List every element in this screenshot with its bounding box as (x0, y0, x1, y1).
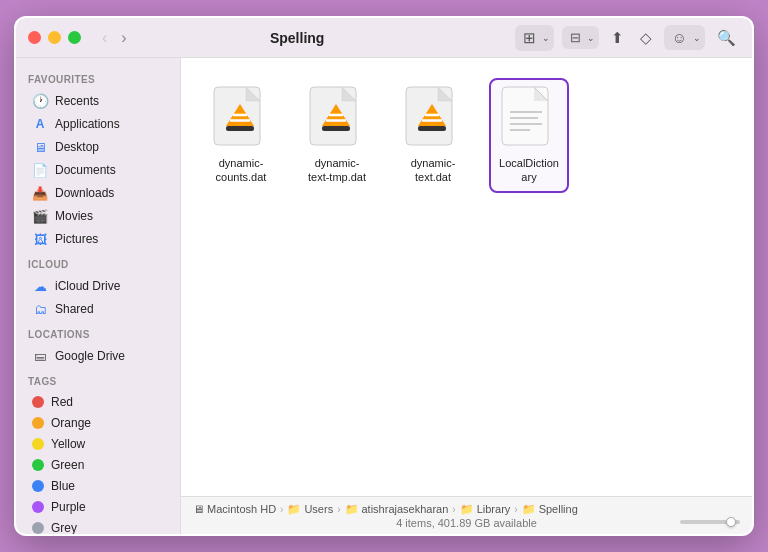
tag-yellow-dot (32, 438, 44, 450)
icloud-drive-icon: ☁ (32, 278, 48, 294)
sidebar-item-tag-orange[interactable]: Orange (20, 413, 176, 433)
grid-view-button[interactable]: ⊞ (519, 27, 540, 49)
sidebar-item-recents[interactable]: 🕐 Recents (20, 90, 176, 112)
tag-orange-dot (32, 417, 44, 429)
bc-hd-label: Macintosh HD (207, 503, 276, 515)
pictures-label: Pictures (55, 232, 98, 246)
sidebar-item-tag-blue[interactable]: Blue (20, 476, 176, 496)
pictures-icon: 🖼 (32, 231, 48, 247)
shared-icon: 🗂 (32, 301, 48, 317)
tag-red-label: Red (51, 395, 73, 409)
file-item-dynamic-text-tmp[interactable]: dynamic-text-tmp.dat (297, 78, 377, 193)
tag-orange-label: Orange (51, 416, 91, 430)
tag-blue-dot (32, 480, 44, 492)
finder-window: ‹ › Spelling ⊞ ⌄ ⊟ ⌄ ⬆ ◇ ☺ ⌄ 🔍 Fa (14, 16, 754, 536)
tag-button[interactable]: ◇ (636, 27, 656, 49)
documents-label: Documents (55, 163, 116, 177)
sidebar-item-applications[interactable]: A Applications (20, 113, 176, 135)
desktop-label: Desktop (55, 140, 99, 154)
toolbar-actions: ⊞ ⌄ ⊟ ⌄ ⬆ ◇ ☺ ⌄ 🔍 (515, 25, 740, 51)
bc-username-icon: 📁 (345, 503, 359, 516)
bc-username-label: atishrajasekharan (362, 503, 449, 515)
tag-green-dot (32, 459, 44, 471)
size-slider-thumb[interactable] (726, 517, 736, 527)
bc-hd-icon: 🖥 (193, 503, 204, 515)
bc-users[interactable]: 📁 Users (287, 503, 333, 516)
statusbar: 🖥 Macintosh HD › 📁 Users › 📁 atishrajase… (181, 496, 752, 534)
bc-library[interactable]: 📁 Library (460, 503, 511, 516)
icloud-drive-label: iCloud Drive (55, 279, 120, 293)
sidebar-item-documents[interactable]: 📄 Documents (20, 159, 176, 181)
size-slider-area (680, 520, 740, 524)
statusbar-info: 4 items, 401.89 GB available (193, 517, 740, 529)
account-chevron: ⌄ (693, 33, 701, 43)
close-button[interactable] (28, 31, 41, 44)
sidebar-item-movies[interactable]: 🎬 Movies (20, 205, 176, 227)
sidebar-item-pictures[interactable]: 🖼 Pictures (20, 228, 176, 250)
sidebar-item-tag-yellow[interactable]: Yellow (20, 434, 176, 454)
bc-sep1: › (280, 504, 283, 515)
file-name-dynamic-text-tmp: dynamic-text-tmp.dat (305, 156, 369, 185)
main-content: Favourites 🕐 Recents A Applications 🖥 De… (16, 58, 752, 534)
google-drive-label: Google Drive (55, 349, 125, 363)
movies-label: Movies (55, 209, 93, 223)
account-toggle: ☺ ⌄ (664, 25, 705, 50)
share-button[interactable]: ⬆ (607, 27, 628, 49)
bc-users-label: Users (304, 503, 333, 515)
file-item-local-dictionary[interactable]: LocalDictionary (489, 78, 569, 193)
bc-sep2: › (337, 504, 340, 515)
section-label-favourites: Favourites (16, 66, 180, 89)
back-button[interactable]: ‹ (97, 28, 112, 48)
sidebar-item-shared[interactable]: 🗂 Shared (20, 298, 176, 320)
section-label-locations: Locations (16, 321, 180, 344)
view-toggle: ⊞ ⌄ (515, 25, 554, 51)
sidebar-item-downloads[interactable]: 📥 Downloads (20, 182, 176, 204)
file-name-local-dictionary: LocalDictionary (497, 156, 561, 185)
statusbar-wrap: 🖥 Macintosh HD › 📁 Users › 📁 atishrajase… (181, 496, 752, 534)
bc-spelling[interactable]: 📁 Spelling (522, 503, 578, 516)
traffic-lights (28, 31, 81, 44)
bc-users-icon: 📁 (287, 503, 301, 516)
sidebar-item-tag-purple[interactable]: Purple (20, 497, 176, 517)
downloads-icon: 📥 (32, 185, 48, 201)
sidebar-item-desktop[interactable]: 🖥 Desktop (20, 136, 176, 158)
bc-macintosh-hd[interactable]: 🖥 Macintosh HD (193, 503, 276, 515)
bc-library-icon: 📁 (460, 503, 474, 516)
desktop-icon: 🖥 (32, 139, 48, 155)
file-item-dynamic-counts[interactable]: dynamic-counts.dat (201, 78, 281, 193)
bc-library-label: Library (477, 503, 511, 515)
google-drive-icon: 🖴 (32, 348, 48, 364)
applications-label: Applications (55, 117, 120, 131)
search-button[interactable]: 🔍 (713, 27, 740, 49)
tag-blue-label: Blue (51, 479, 75, 493)
recents-label: Recents (55, 94, 99, 108)
minimize-button[interactable] (48, 31, 61, 44)
file-name-dynamic-counts: dynamic-counts.dat (209, 156, 273, 185)
sidebar-item-tag-grey[interactable]: Grey (20, 518, 176, 534)
sidebar: Favourites 🕐 Recents A Applications 🖥 De… (16, 58, 181, 534)
tag-yellow-label: Yellow (51, 437, 85, 451)
size-slider[interactable] (680, 520, 740, 524)
breadcrumb: 🖥 Macintosh HD › 📁 Users › 📁 atishrajase… (193, 503, 740, 516)
svg-rect-18 (418, 126, 446, 131)
files-grid: dynamic-counts.dat (181, 58, 752, 496)
window-title: Spelling (80, 30, 515, 46)
tag-red-dot (32, 396, 44, 408)
file-icon-dynamic-text-tmp (308, 86, 366, 150)
bc-spelling-label: Spelling (539, 503, 578, 515)
sidebar-item-icloud-drive[interactable]: ☁ iCloud Drive (20, 275, 176, 297)
sidebar-item-google-drive[interactable]: 🖴 Google Drive (20, 345, 176, 367)
list-view-button[interactable]: ⊟ (566, 28, 585, 47)
account-button[interactable]: ☺ (668, 27, 691, 48)
view-chevron: ⌄ (542, 33, 550, 43)
tag-purple-dot (32, 501, 44, 513)
file-name-dynamic-text: dynamic-text.dat (401, 156, 465, 185)
sidebar-item-tag-green[interactable]: Green (20, 455, 176, 475)
applications-icon: A (32, 116, 48, 132)
bc-username[interactable]: 📁 atishrajasekharan (345, 503, 449, 516)
documents-icon: 📄 (32, 162, 48, 178)
tag-grey-dot (32, 522, 44, 534)
sidebar-item-tag-red[interactable]: Red (20, 392, 176, 412)
file-item-dynamic-text[interactable]: dynamic-text.dat (393, 78, 473, 193)
bc-sep4: › (514, 504, 517, 515)
